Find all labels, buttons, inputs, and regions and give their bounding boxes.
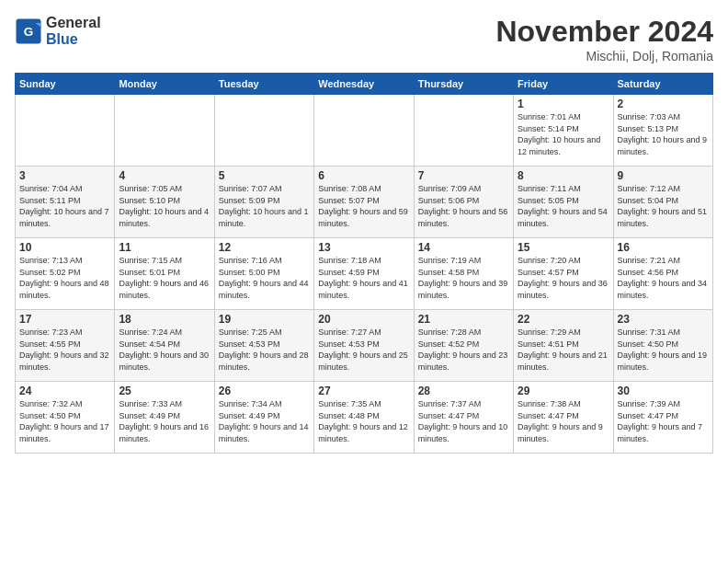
col-wednesday: Wednesday bbox=[314, 74, 414, 95]
day-info: Sunrise: 7:20 AM Sunset: 4:57 PM Dayligh… bbox=[518, 255, 609, 301]
table-row: 9Sunrise: 7:12 AM Sunset: 5:04 PM Daylig… bbox=[613, 167, 712, 238]
table-row: 18Sunrise: 7:24 AM Sunset: 4:54 PM Dayli… bbox=[115, 310, 214, 382]
day-number: 8 bbox=[518, 169, 609, 182]
day-number: 29 bbox=[518, 385, 609, 397]
col-monday: Monday bbox=[115, 74, 214, 95]
day-info: Sunrise: 7:35 AM Sunset: 4:48 PM Dayligh… bbox=[318, 398, 409, 444]
day-number: 7 bbox=[418, 169, 509, 182]
table-row bbox=[16, 95, 115, 167]
calendar-week-row: 3Sunrise: 7:04 AM Sunset: 5:11 PM Daylig… bbox=[16, 167, 713, 238]
table-row: 14Sunrise: 7:19 AM Sunset: 4:58 PM Dayli… bbox=[414, 238, 513, 310]
table-row: 23Sunrise: 7:31 AM Sunset: 4:50 PM Dayli… bbox=[613, 310, 712, 382]
title-block: November 2024 Mischii, Dolj, Romania bbox=[495, 15, 713, 63]
table-row: 15Sunrise: 7:20 AM Sunset: 4:57 PM Dayli… bbox=[514, 238, 613, 310]
day-number: 23 bbox=[618, 313, 709, 326]
day-number: 24 bbox=[19, 385, 110, 397]
calendar-table: Sunday Monday Tuesday Wednesday Thursday… bbox=[15, 73, 713, 454]
logo-icon: G bbox=[15, 17, 42, 45]
day-info: Sunrise: 7:05 AM Sunset: 5:10 PM Dayligh… bbox=[119, 183, 210, 229]
table-row: 17Sunrise: 7:23 AM Sunset: 4:55 PM Dayli… bbox=[16, 310, 115, 382]
day-info: Sunrise: 7:13 AM Sunset: 5:02 PM Dayligh… bbox=[19, 255, 110, 301]
table-row: 25Sunrise: 7:33 AM Sunset: 4:49 PM Dayli… bbox=[115, 382, 214, 454]
logo-blue-label: Blue bbox=[46, 31, 101, 48]
col-sunday: Sunday bbox=[16, 74, 115, 95]
calendar-week-row: 24Sunrise: 7:32 AM Sunset: 4:50 PM Dayli… bbox=[16, 382, 713, 454]
calendar-header-row: Sunday Monday Tuesday Wednesday Thursday… bbox=[16, 74, 713, 95]
day-info: Sunrise: 7:03 AM Sunset: 5:13 PM Dayligh… bbox=[618, 111, 709, 157]
day-number: 9 bbox=[618, 169, 709, 182]
day-number: 13 bbox=[318, 241, 409, 254]
day-info: Sunrise: 7:33 AM Sunset: 4:49 PM Dayligh… bbox=[119, 398, 210, 444]
day-info: Sunrise: 7:07 AM Sunset: 5:09 PM Dayligh… bbox=[219, 183, 310, 229]
day-info: Sunrise: 7:15 AM Sunset: 5:01 PM Dayligh… bbox=[119, 255, 210, 301]
table-row: 4Sunrise: 7:05 AM Sunset: 5:10 PM Daylig… bbox=[115, 167, 214, 238]
table-row: 24Sunrise: 7:32 AM Sunset: 4:50 PM Dayli… bbox=[16, 382, 115, 454]
day-info: Sunrise: 7:04 AM Sunset: 5:11 PM Dayligh… bbox=[19, 183, 110, 229]
page: G General Blue November 2024 Mischii, Do… bbox=[0, 0, 728, 563]
table-row: 7Sunrise: 7:09 AM Sunset: 5:06 PM Daylig… bbox=[414, 167, 513, 238]
day-info: Sunrise: 7:09 AM Sunset: 5:06 PM Dayligh… bbox=[418, 183, 509, 229]
day-number: 27 bbox=[318, 385, 409, 397]
col-tuesday: Tuesday bbox=[214, 74, 313, 95]
table-row: 6Sunrise: 7:08 AM Sunset: 5:07 PM Daylig… bbox=[314, 167, 414, 238]
day-number: 6 bbox=[318, 169, 409, 182]
day-info: Sunrise: 7:18 AM Sunset: 4:59 PM Dayligh… bbox=[318, 255, 409, 301]
table-row: 26Sunrise: 7:34 AM Sunset: 4:49 PM Dayli… bbox=[214, 382, 313, 454]
day-number: 3 bbox=[19, 169, 110, 182]
day-info: Sunrise: 7:29 AM Sunset: 4:51 PM Dayligh… bbox=[518, 327, 609, 373]
day-info: Sunrise: 7:32 AM Sunset: 4:50 PM Dayligh… bbox=[19, 398, 110, 444]
day-number: 10 bbox=[19, 241, 110, 254]
day-number: 22 bbox=[518, 313, 609, 326]
table-row: 28Sunrise: 7:37 AM Sunset: 4:47 PM Dayli… bbox=[414, 382, 513, 454]
table-row bbox=[314, 95, 414, 167]
month-title: November 2024 bbox=[495, 15, 713, 49]
day-number: 19 bbox=[219, 313, 310, 326]
day-info: Sunrise: 7:27 AM Sunset: 4:53 PM Dayligh… bbox=[318, 327, 409, 373]
svg-text:G: G bbox=[24, 24, 34, 38]
location: Mischii, Dolj, Romania bbox=[495, 49, 713, 63]
calendar-week-row: 1Sunrise: 7:01 AM Sunset: 5:14 PM Daylig… bbox=[16, 95, 713, 167]
day-info: Sunrise: 7:16 AM Sunset: 5:00 PM Dayligh… bbox=[219, 255, 310, 301]
table-row: 11Sunrise: 7:15 AM Sunset: 5:01 PM Dayli… bbox=[115, 238, 214, 310]
day-number: 21 bbox=[418, 313, 509, 326]
day-info: Sunrise: 7:12 AM Sunset: 5:04 PM Dayligh… bbox=[618, 183, 709, 229]
day-info: Sunrise: 7:25 AM Sunset: 4:53 PM Dayligh… bbox=[219, 327, 310, 373]
col-thursday: Thursday bbox=[414, 74, 513, 95]
day-info: Sunrise: 7:19 AM Sunset: 4:58 PM Dayligh… bbox=[418, 255, 509, 301]
table-row: 10Sunrise: 7:13 AM Sunset: 5:02 PM Dayli… bbox=[16, 238, 115, 310]
logo: G General Blue bbox=[15, 15, 101, 47]
day-number: 12 bbox=[219, 241, 310, 254]
calendar-week-row: 10Sunrise: 7:13 AM Sunset: 5:02 PM Dayli… bbox=[16, 238, 713, 310]
day-number: 11 bbox=[119, 241, 210, 254]
day-info: Sunrise: 7:21 AM Sunset: 4:56 PM Dayligh… bbox=[618, 255, 709, 301]
table-row: 20Sunrise: 7:27 AM Sunset: 4:53 PM Dayli… bbox=[314, 310, 414, 382]
day-number: 1 bbox=[518, 98, 609, 110]
day-number: 4 bbox=[119, 169, 210, 182]
day-info: Sunrise: 7:08 AM Sunset: 5:07 PM Dayligh… bbox=[318, 183, 409, 229]
logo-general-label: General bbox=[46, 15, 101, 31]
day-number: 16 bbox=[618, 241, 709, 254]
day-info: Sunrise: 7:28 AM Sunset: 4:52 PM Dayligh… bbox=[418, 327, 509, 373]
day-info: Sunrise: 7:23 AM Sunset: 4:55 PM Dayligh… bbox=[19, 327, 110, 373]
day-number: 17 bbox=[19, 313, 110, 326]
day-info: Sunrise: 7:31 AM Sunset: 4:50 PM Dayligh… bbox=[618, 327, 709, 373]
table-row bbox=[115, 95, 214, 167]
table-row: 12Sunrise: 7:16 AM Sunset: 5:00 PM Dayli… bbox=[214, 238, 313, 310]
day-number: 28 bbox=[418, 385, 509, 397]
logo-text: General Blue bbox=[46, 15, 101, 47]
table-row: 8Sunrise: 7:11 AM Sunset: 5:05 PM Daylig… bbox=[514, 167, 613, 238]
day-info: Sunrise: 7:37 AM Sunset: 4:47 PM Dayligh… bbox=[418, 398, 509, 444]
table-row: 13Sunrise: 7:18 AM Sunset: 4:59 PM Dayli… bbox=[314, 238, 414, 310]
day-info: Sunrise: 7:01 AM Sunset: 5:14 PM Dayligh… bbox=[518, 111, 609, 157]
day-info: Sunrise: 7:11 AM Sunset: 5:05 PM Dayligh… bbox=[518, 183, 609, 229]
table-row: 27Sunrise: 7:35 AM Sunset: 4:48 PM Dayli… bbox=[314, 382, 414, 454]
day-info: Sunrise: 7:38 AM Sunset: 4:47 PM Dayligh… bbox=[518, 398, 609, 444]
day-number: 5 bbox=[219, 169, 310, 182]
table-row: 19Sunrise: 7:25 AM Sunset: 4:53 PM Dayli… bbox=[214, 310, 313, 382]
table-row: 16Sunrise: 7:21 AM Sunset: 4:56 PM Dayli… bbox=[613, 238, 712, 310]
table-row bbox=[414, 95, 513, 167]
calendar-week-row: 17Sunrise: 7:23 AM Sunset: 4:55 PM Dayli… bbox=[16, 310, 713, 382]
table-row: 3Sunrise: 7:04 AM Sunset: 5:11 PM Daylig… bbox=[16, 167, 115, 238]
day-number: 18 bbox=[119, 313, 210, 326]
table-row: 29Sunrise: 7:38 AM Sunset: 4:47 PM Dayli… bbox=[514, 382, 613, 454]
